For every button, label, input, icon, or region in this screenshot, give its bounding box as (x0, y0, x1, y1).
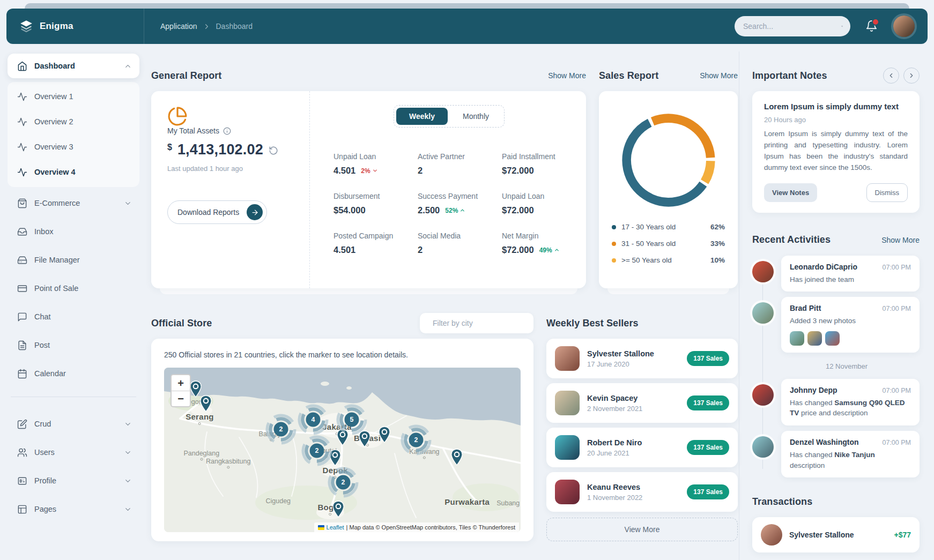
activity-time: 07:00 PM (882, 439, 911, 446)
best-seller-card[interactable]: Keanu Reeves 1 November 2022 137 Sales (546, 472, 738, 512)
home-icon (17, 61, 27, 71)
activity-time: 07:00 PM (882, 264, 911, 271)
view-more-button[interactable]: View More (546, 518, 738, 541)
map-city-label: Purwakarta (444, 497, 490, 506)
filter-by-city-box[interactable] (420, 313, 533, 333)
sidebar-item[interactable]: Calendar (8, 361, 139, 386)
search-input[interactable] (742, 21, 841, 31)
sidebar-item[interactable]: Post (8, 333, 139, 357)
sidebar-subitem-overview[interactable]: Overview 3 (8, 135, 139, 159)
stat-delta[interactable]: 2% (361, 167, 377, 175)
breadcrumb-dashboard[interactable]: Dashboard (216, 22, 253, 31)
best-seller-card[interactable]: Sylvester Stallone 17 June 2020 137 Sale… (546, 339, 738, 378)
sidebar-item-dashboard[interactable]: Dashboard (8, 54, 139, 78)
sidebar-subitem-overview[interactable]: Overview 1 (8, 84, 139, 109)
sidebar-item[interactable]: Inbox (8, 219, 139, 244)
sidebar-item-label: Users (34, 448, 55, 457)
store-marker-cluster[interactable]: 2 (265, 414, 296, 445)
map-zoom-in-button[interactable]: + (172, 375, 190, 391)
notes-nav (883, 68, 920, 84)
store-marker-pin[interactable] (450, 449, 464, 466)
stat-value: 2 (418, 245, 422, 255)
store-marker-cluster[interactable]: 2 (301, 435, 332, 466)
activity-item[interactable]: Leonardo DiCaprio 07:00 PM Has joined th… (752, 256, 920, 292)
toggle-monthly[interactable]: Monthly (450, 108, 502, 125)
delta-chevron-icon (554, 247, 560, 253)
dismiss-button[interactable]: Dismiss (866, 183, 908, 202)
chevron-down-icon (124, 420, 132, 428)
search-box[interactable] (735, 16, 850, 36)
photo-thumb[interactable] (825, 331, 840, 346)
notes-next-button[interactable] (903, 68, 920, 84)
sales-legend: 17 - 30 Years old 62% 31 - 50 Years old … (612, 219, 725, 268)
best-seller-card[interactable]: Robert De Niro 20 June 2021 137 Sales (546, 428, 738, 467)
sidebar-subitem-overview[interactable]: Overview 4 (8, 160, 139, 184)
store-marker-cluster[interactable]: 5 (336, 404, 367, 435)
best-seller-card[interactable]: Kevin Spacey 2 November 2021 137 Sales (546, 383, 738, 423)
notifications-button[interactable] (865, 20, 878, 33)
info-icon[interactable] (223, 127, 231, 135)
sales-report-show-more[interactable]: Show More (700, 71, 738, 80)
activity-item[interactable]: Johnny Depp 07:00 PM Has changed Samsung… (752, 379, 920, 425)
view-notes-button[interactable]: View Notes (764, 183, 817, 202)
stat-delta[interactable]: 49% (539, 247, 560, 254)
main-content: General Report Show More My Total Assets… (151, 51, 738, 541)
sidebar-item-label: Crud (34, 420, 51, 428)
sidebar-item[interactable]: Pages (8, 497, 139, 521)
seller-date: 17 June 2020 (587, 360, 654, 368)
currency-symbol: $ (167, 143, 172, 152)
sidebar-item[interactable]: Chat (8, 304, 139, 329)
stat-delta[interactable]: 52% (445, 207, 465, 214)
recent-activities-show-more[interactable]: Show More (881, 236, 920, 244)
store-marker-cluster[interactable]: 2 (328, 467, 359, 498)
sidebar-item-label: Calendar (34, 369, 66, 378)
sidebar-item[interactable]: Crud (8, 412, 139, 436)
stat-value: $72.000 (502, 166, 534, 176)
map-city-name: Pandeglang (183, 449, 219, 457)
user-avatar[interactable] (893, 16, 915, 37)
transaction-avatar (761, 524, 782, 546)
map-zoom-out-button[interactable]: − (172, 391, 190, 406)
sidebar-item[interactable]: Point of Sale (8, 276, 139, 301)
sidebar-subitem-label: Overview 2 (34, 117, 73, 126)
store-marker-pin[interactable] (331, 501, 345, 518)
general-report-card: My Total Assets $ 1,413,102.02 Last upda… (151, 91, 586, 288)
sidebar-item-label: Dashboard (34, 62, 75, 70)
download-reports-button[interactable]: Download Reports (167, 200, 267, 224)
sidebar-item[interactable]: File Manager (8, 248, 139, 272)
map-city-label: Serang (186, 412, 214, 425)
seller-name: Keanu Reeves (587, 483, 642, 491)
activity-item[interactable]: Denzel Washington 07:00 PM Has changed N… (752, 431, 920, 477)
general-report-show-more[interactable]: Show More (548, 71, 586, 80)
sidebar-subitem-label: Overview 1 (34, 92, 73, 101)
notes-prev-button[interactable] (883, 68, 899, 84)
breadcrumb: Application Dashboard (160, 22, 253, 31)
sidebar-item[interactable]: Profile (8, 468, 139, 493)
photo-thumb[interactable] (790, 331, 804, 346)
sidebar-subitem-label: Overview 3 (34, 143, 73, 151)
activity-item[interactable]: Brad Pitt 07:00 PM Added 3 new photos (752, 297, 920, 353)
stat-value: 2.500 (418, 205, 440, 215)
sidebar-item-label: File Manager (34, 256, 80, 264)
brand[interactable]: Enigma (19, 9, 144, 44)
refresh-icon[interactable] (269, 146, 278, 155)
leaflet-link[interactable]: Leaflet (327, 524, 344, 531)
sidebar-subitem-overview[interactable]: Overview 2 (8, 109, 139, 134)
store-marker-cluster[interactable]: 4 (298, 404, 329, 435)
filter-by-city-input[interactable] (432, 318, 531, 328)
stat-label: Disbursement (333, 192, 396, 200)
map-city-name: Rangkasbitung (206, 458, 250, 465)
store-map[interactable]: Cilegon Serang Balaraja (164, 368, 521, 532)
breadcrumb-application[interactable]: Application (160, 22, 197, 31)
store-marker-pin[interactable] (377, 426, 391, 443)
toggle-weekly[interactable]: Weekly (396, 108, 448, 125)
sidebar-item[interactable]: Users (8, 440, 139, 465)
store-marker-cluster[interactable]: 2 (401, 424, 432, 456)
sidebar-item[interactable]: E-Commerce (8, 191, 139, 215)
total-assets-panel: My Total Assets $ 1,413,102.02 Last upda… (151, 91, 310, 288)
official-store-section: Official Store 250 Official stores in 21… (151, 288, 533, 541)
transaction-row[interactable]: Sylvester Stallone +$77 (752, 517, 920, 552)
total-assets-value: 1,413,102.02 (177, 141, 263, 158)
photo-thumb[interactable] (807, 331, 822, 346)
store-marker-pin[interactable] (199, 395, 213, 412)
